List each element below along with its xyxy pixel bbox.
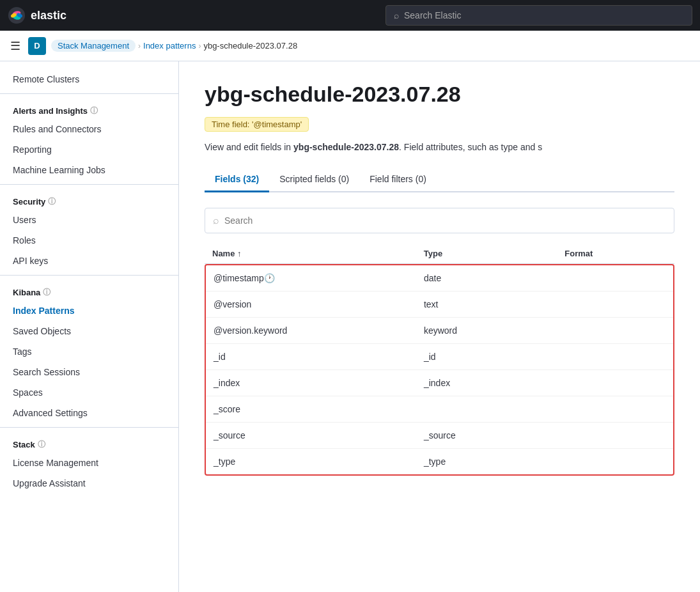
sidebar-item-reporting[interactable]: Reporting — [0, 139, 178, 160]
field-search-icon: ⌕ — [213, 215, 219, 226]
navbar: ☰ D Stack Management › Index patterns › … — [0, 31, 700, 61]
table-row: _id_id — [206, 344, 673, 370]
field-name-cell: _source — [206, 423, 416, 449]
highlighted-fields-table: @timestamp 🕐date@versiontext@version.key… — [206, 265, 673, 474]
field-format-cell — [556, 265, 673, 292]
tab-fields[interactable]: Fields (32) — [205, 167, 269, 192]
field-name-cell: _score — [206, 396, 416, 423]
field-search-box[interactable]: ⌕ — [205, 208, 674, 233]
field-format-cell — [556, 344, 673, 370]
search-placeholder: Search Elastic — [404, 10, 461, 20]
divider-1 — [0, 93, 178, 94]
field-type-cell: _source — [416, 423, 556, 449]
divider-3 — [0, 275, 178, 276]
sidebar-item-roles[interactable]: Roles — [0, 230, 178, 251]
sidebar-item-advanced-settings[interactable]: Advanced Settings — [0, 403, 178, 423]
sidebar-item-api-keys[interactable]: API keys — [0, 251, 178, 271]
field-type-cell: date — [416, 265, 556, 292]
field-name-cell: _id — [206, 344, 416, 370]
table-row: @version.keywordkeyword — [206, 318, 673, 344]
field-name-cell: _type — [206, 449, 416, 475]
field-type-cell: _type — [416, 449, 556, 475]
description: View and edit fields in ybg-schedule-202… — [205, 142, 674, 152]
tab-field-filters[interactable]: Field filters (0) — [359, 167, 437, 192]
breadcrumb-stack-management[interactable]: Stack Management — [51, 40, 136, 52]
field-type-cell: text — [416, 292, 556, 318]
tabs-bar: Fields (32) Scripted fields (0) Field fi… — [205, 167, 674, 192]
sidebar-item-license-management[interactable]: License Management — [0, 453, 178, 473]
sidebar-item-upgrade-assistant[interactable]: Upgrade Assistant — [0, 473, 178, 494]
breadcrumb-current: ybg-schedule-2023.07.28 — [203, 41, 297, 51]
sidebar-item-spaces[interactable]: Spaces — [0, 382, 178, 403]
sidebar-item-ml-jobs[interactable]: Machine Learning Jobs — [0, 160, 178, 180]
page-title: ybg-schedule-2023.07.28 — [205, 82, 674, 107]
global-search-bar[interactable]: ⌕ Search Elastic — [385, 5, 692, 26]
tab-scripted-fields[interactable]: Scripted fields (0) — [269, 167, 359, 192]
col-header-name[interactable]: Name ↑ — [205, 244, 416, 264]
search-icon: ⌕ — [394, 10, 399, 20]
field-format-cell — [556, 449, 673, 475]
field-format-cell — [556, 423, 673, 449]
clock-icon[interactable]: 🕐 — [264, 273, 275, 283]
table-row: _source_source — [206, 423, 673, 449]
breadcrumb-index-patterns[interactable]: Index patterns — [143, 41, 196, 51]
col-header-format: Format — [557, 244, 674, 264]
alerts-help-icon[interactable]: ⓘ — [90, 105, 98, 116]
field-search-input[interactable] — [224, 215, 666, 226]
sidebar-section-security: Security ⓘ — [0, 189, 178, 210]
sidebar-item-tags[interactable]: Tags — [0, 341, 178, 362]
elastic-logo-icon — [8, 6, 26, 24]
sidebar-section-kibana: Kibana ⓘ — [0, 279, 178, 300]
field-name-cell: @version — [206, 292, 416, 318]
field-type-cell: _id — [416, 344, 556, 370]
table-row: @versiontext — [206, 292, 673, 318]
sidebar-item-saved-objects[interactable]: Saved Objects — [0, 321, 178, 341]
stack-help-icon[interactable]: ⓘ — [38, 439, 45, 450]
col-header-type: Type — [416, 244, 557, 264]
sidebar-item-index-patterns[interactable]: Index Patterns — [0, 300, 178, 321]
field-type-cell — [416, 396, 556, 423]
fields-table: Name ↑ Type Format — [205, 244, 674, 264]
hamburger-menu-button[interactable]: ☰ — [8, 36, 23, 56]
field-format-cell — [556, 318, 673, 344]
field-name-cell: @timestamp 🕐 — [206, 265, 416, 292]
sidebar-section-stack: Stack ⓘ — [0, 432, 178, 453]
main-content: ybg-schedule-2023.07.28 Time field: '@ti… — [179, 61, 700, 592]
field-format-cell — [556, 396, 673, 423]
divider-4 — [0, 427, 178, 428]
field-format-cell — [556, 370, 673, 396]
field-type-cell: _index — [416, 370, 556, 396]
table-row: _score — [206, 396, 673, 423]
user-avatar[interactable]: D — [28, 37, 46, 55]
topbar: elastic ⌕ Search Elastic — [0, 0, 700, 31]
field-format-cell — [556, 292, 673, 318]
highlighted-rows-section: @timestamp 🕐date@versiontext@version.key… — [205, 264, 674, 476]
breadcrumb-sep-2: › — [198, 42, 201, 51]
table-row: _index_index — [206, 370, 673, 396]
field-type-cell: keyword — [416, 318, 556, 344]
time-field-badge: Time field: '@timestamp' — [205, 117, 309, 132]
sidebar-item-users[interactable]: Users — [0, 210, 178, 230]
field-name-cell: _index — [206, 370, 416, 396]
field-name-cell: @version.keyword — [206, 318, 416, 344]
sidebar-item-rules-connectors[interactable]: Rules and Connectors — [0, 119, 178, 139]
fields-table-header: Name ↑ Type Format — [205, 244, 674, 264]
layout: Remote Clusters Alerts and Insights ⓘ Ru… — [0, 61, 700, 592]
table-row: _type_type — [206, 449, 673, 475]
sidebar-item-remote-clusters[interactable]: Remote Clusters — [0, 69, 178, 90]
description-index-bold: ybg-schedule-2023.07.28 — [293, 142, 399, 152]
elastic-logo: elastic — [8, 6, 66, 24]
logo-text: elastic — [31, 9, 66, 22]
sidebar-item-search-sessions[interactable]: Search Sessions — [0, 362, 178, 382]
table-row: @timestamp 🕐date — [206, 265, 673, 292]
kibana-help-icon[interactable]: ⓘ — [43, 287, 51, 298]
breadcrumb-sep-1: › — [138, 42, 141, 51]
sidebar-section-alerts: Alerts and Insights ⓘ — [0, 98, 178, 119]
divider-2 — [0, 184, 178, 185]
security-help-icon[interactable]: ⓘ — [48, 196, 56, 207]
breadcrumb: Stack Management › Index patterns › ybg-… — [51, 40, 297, 52]
sidebar: Remote Clusters Alerts and Insights ⓘ Ru… — [0, 61, 179, 592]
